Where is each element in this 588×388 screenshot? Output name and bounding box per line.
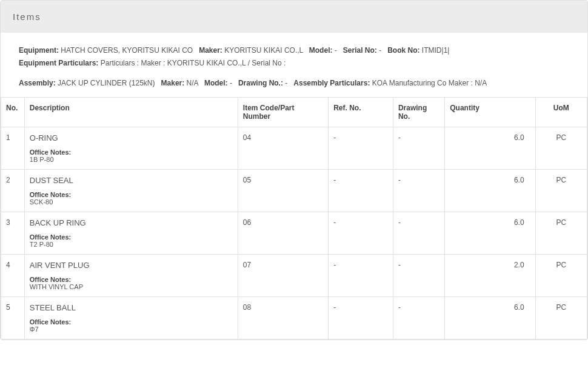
cell-item-code: 06 [238,212,328,254]
office-notes-label: Office Notes: [30,233,233,241]
info-label: Assembly: [19,79,58,87]
cell-no: 4 [1,254,25,296]
office-notes-value: T2 P-80 [30,241,233,248]
cell-ref-no: - [329,212,393,254]
table-header-row: No. Description Item Code/Part Number Re… [1,97,587,127]
cell-item-code: 05 [238,169,328,212]
info-value: JACK UP CYLINDER (125kN) [58,79,155,87]
info-value: KYORITSU KIKAI CO.,L [224,46,303,55]
info-label: Assembly Particulars: [293,79,372,87]
info-value: HATCH COVERS, KYORITSU KIKAI CO [61,46,193,55]
cell-description: AIR VENT PLUGOffice Notes:WITH VINYL CAP [24,254,238,296]
info-value: - [335,46,337,55]
description-text: O-RING [30,133,233,142]
col-quantity: Quantity [445,97,535,127]
cell-ref-no: - [329,296,393,339]
description-text: DUST SEAL [30,176,233,185]
table-row: 1O-RINGOffice Notes:1B P-8004--6.0PC [1,127,587,169]
info-value: - [285,79,287,87]
info-line-1: Equipment: HATCH COVERS, KYORITSU KIKAI … [19,45,569,56]
cell-drawing-no: - [393,254,444,296]
cell-uom: PC [535,296,587,339]
office-notes-label: Office Notes: [30,191,233,198]
office-notes-value: Φ7 [30,326,233,333]
cell-ref-no: - [329,254,393,296]
info-value: KOA Manufacturing Co Maker : N/A [372,79,487,87]
cell-uom: PC [535,169,587,212]
office-notes-label: Office Notes: [30,149,233,156]
office-notes-value: 1B P-80 [30,156,233,163]
office-notes-label: Office Notes: [30,276,233,283]
cell-description: O-RINGOffice Notes:1B P-80 [24,127,238,169]
info-value: - [379,46,381,55]
cell-ref-no: - [329,127,393,169]
info-value: ITMID|1| [422,46,450,55]
info-label: Maker: [199,46,224,55]
cell-uom: PC [535,127,587,169]
items-panel: Items Equipment: HATCH COVERS, KYORITSU … [0,0,588,340]
info-value: - [230,79,232,87]
info-label: Model: [309,46,335,55]
cell-drawing-no: - [393,212,444,254]
table-row: 2DUST SEALOffice Notes:SCK-8005--6.0PC [1,169,587,212]
panel-title: Items [13,12,41,22]
cell-quantity: 2.0 [445,254,535,296]
col-ref-no: Ref. No. [329,97,393,127]
col-uom: UoM [535,97,587,127]
office-notes-value: SCK-80 [30,198,233,206]
info-label: Model: [204,79,230,87]
cell-item-code: 07 [238,254,328,296]
office-notes-label: Office Notes: [30,318,233,326]
info-line-3: Assembly: JACK UP CYLINDER (125kN) Maker… [19,78,569,89]
description-text: AIR VENT PLUG [30,261,233,270]
description-text: STEEL BALL [30,303,233,312]
cell-quantity: 6.0 [445,212,535,254]
office-notes-value: WITH VINYL CAP [30,283,233,290]
col-no: No. [1,97,25,127]
items-table: No. Description Item Code/Part Number Re… [1,97,587,340]
table-row: 4AIR VENT PLUGOffice Notes:WITH VINYL CA… [1,254,587,296]
description-text: BACK UP RING [30,218,233,227]
info-label: Book No: [387,46,422,55]
info-label: Maker: [161,79,187,87]
cell-uom: PC [535,254,587,296]
cell-no: 5 [1,296,25,339]
cell-no: 2 [1,169,25,212]
col-drawing-no: Drawing No. [393,97,444,127]
info-value: N/A [187,79,198,87]
cell-quantity: 6.0 [445,296,535,339]
cell-drawing-no: - [393,169,444,212]
cell-ref-no: - [329,169,393,212]
col-item-code: Item Code/Part Number [238,97,328,127]
cell-description: STEEL BALLOffice Notes:Φ7 [24,296,238,339]
cell-description: DUST SEALOffice Notes:SCK-80 [24,169,238,212]
cell-quantity: 6.0 [445,169,535,212]
table-row: 3BACK UP RINGOffice Notes:T2 P-8006--6.0… [1,212,587,254]
panel-header: Items [1,1,587,33]
equipment-info: Equipment: HATCH COVERS, KYORITSU KIKAI … [1,33,587,97]
cell-drawing-no: - [393,296,444,339]
cell-item-code: 08 [238,296,328,339]
col-description: Description [24,97,238,127]
info-label: Serial No: [343,46,379,55]
cell-no: 3 [1,212,25,254]
cell-description: BACK UP RINGOffice Notes:T2 P-80 [24,212,238,254]
info-line-2: Equipment Particulars: Particulars : Mak… [19,58,569,69]
cell-no: 1 [1,127,25,169]
info-value: Particulars : Maker : KYORITSU KIKAI CO.… [101,59,286,67]
cell-quantity: 6.0 [445,127,535,169]
cell-drawing-no: - [393,127,444,169]
info-label: Equipment Particulars: [19,59,101,67]
table-row: 5STEEL BALLOffice Notes:Φ708--6.0PC [1,296,587,339]
info-label: Equipment: [19,46,61,55]
cell-uom: PC [535,212,587,254]
cell-item-code: 04 [238,127,328,169]
info-label: Drawing No.: [238,79,285,87]
